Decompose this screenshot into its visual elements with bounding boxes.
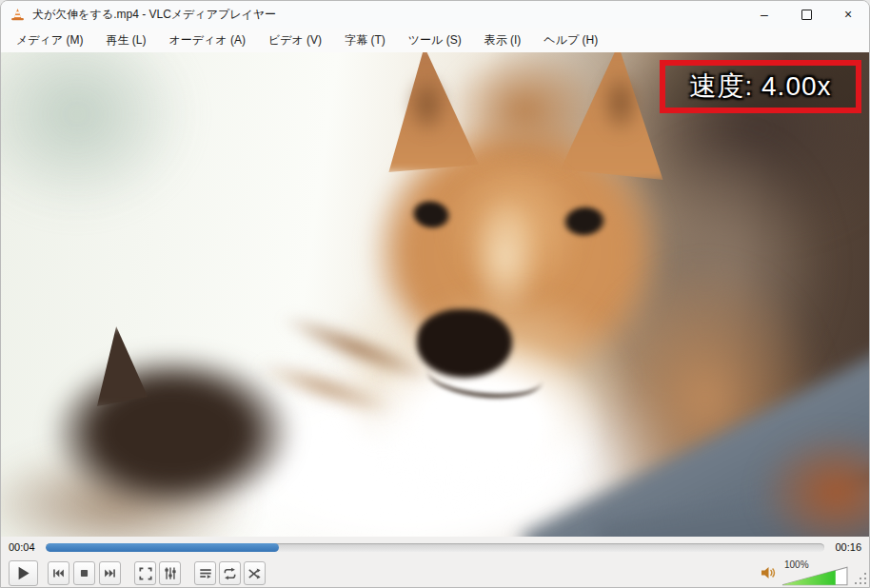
elapsed-time: 00:04 [9, 541, 37, 553]
next-button[interactable] [99, 561, 121, 585]
seek-row: 00:04 00:16 [1, 537, 869, 558]
seek-progress [46, 543, 279, 552]
stop-icon [78, 567, 90, 579]
maximize-button[interactable] [785, 1, 827, 28]
extended-settings-button[interactable] [159, 561, 181, 585]
total-time: 00:16 [833, 541, 861, 553]
speaker-icon[interactable] [761, 565, 778, 580]
menu-video[interactable]: ビデオ (V) [257, 29, 333, 52]
play-icon [15, 565, 31, 581]
controls-bar: 100% [1, 558, 869, 587]
equalizer-sliders-icon [164, 566, 177, 580]
minimize-button[interactable]: – [743, 1, 785, 28]
vlc-window: 犬が欠伸をする.mp4 - VLCメディアプレイヤー – × メディア (M) … [0, 0, 870, 588]
speed-osd-text: 速度: 4.00x [689, 69, 831, 105]
vlc-cone-icon[interactable] [10, 8, 25, 22]
volume-triangle-icon [781, 566, 848, 586]
window-controls: – × [743, 1, 869, 28]
loop-icon [223, 567, 237, 580]
menu-view[interactable]: 表示 (I) [473, 29, 533, 52]
skip-forward-icon [103, 567, 117, 579]
play-button[interactable] [9, 560, 38, 586]
menu-bar: メディア (M) 再生 (L) オーディオ (A) ビデオ (V) 字幕 (T)… [1, 28, 869, 52]
window-title: 犬が欠伸をする.mp4 - VLCメディアプレイヤー [32, 7, 276, 23]
seek-bar[interactable] [46, 543, 824, 552]
menu-tools[interactable]: ツール (S) [397, 29, 473, 52]
title-bar[interactable]: 犬が欠伸をする.mp4 - VLCメディアプレイヤー – × [1, 1, 869, 28]
previous-button[interactable] [48, 561, 69, 585]
volume-fill [782, 571, 836, 585]
menu-subtitle[interactable]: 字幕 (T) [333, 29, 397, 52]
fullscreen-button[interactable] [134, 561, 156, 585]
close-icon: × [844, 7, 852, 22]
playlist-icon [199, 567, 212, 580]
minimize-icon: – [761, 7, 768, 22]
dog-ear-right-inner [599, 69, 643, 136]
menu-playback[interactable]: 再生 (L) [94, 29, 157, 52]
random-button[interactable] [244, 561, 266, 585]
orange-corner [758, 431, 869, 537]
menu-media[interactable]: メディア (M) [5, 29, 94, 52]
resize-grip[interactable] [856, 574, 866, 584]
loop-button[interactable] [219, 561, 241, 585]
shuffle-icon [247, 567, 262, 580]
video-canvas[interactable]: 速度: 4.00x [1, 52, 869, 537]
fullscreen-icon [139, 567, 152, 580]
stop-button[interactable] [73, 561, 95, 585]
dog-ear-left-inner [405, 73, 449, 136]
menu-audio[interactable]: オーディオ (A) [157, 29, 256, 52]
speed-osd-annotation-box: 速度: 4.00x [660, 60, 861, 113]
menu-help[interactable]: ヘルプ (H) [532, 29, 609, 52]
video-bg-tint [1, 52, 191, 214]
close-button[interactable]: × [827, 1, 869, 28]
maximize-icon [801, 10, 812, 20]
playlist-button[interactable] [194, 561, 216, 585]
volume-slider[interactable] [781, 566, 848, 586]
skip-back-icon [51, 567, 66, 579]
